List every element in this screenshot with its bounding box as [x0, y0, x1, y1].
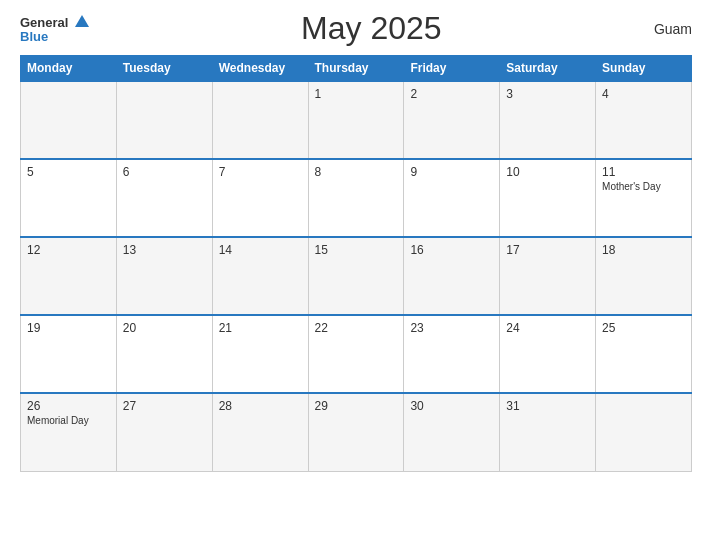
- cell-date-number: 20: [123, 321, 206, 335]
- calendar-cell: 12: [21, 237, 117, 315]
- calendar-cell: [596, 393, 692, 471]
- calendar-cell: 21: [212, 315, 308, 393]
- calendar-cell: 10: [500, 159, 596, 237]
- cell-date-number: 29: [315, 399, 398, 413]
- cell-date-number: 6: [123, 165, 206, 179]
- cell-date-number: 10: [506, 165, 589, 179]
- logo-general-text: General: [20, 15, 68, 30]
- calendar-cell: 14: [212, 237, 308, 315]
- month-title: May 2025: [301, 10, 442, 47]
- calendar-cell: [21, 81, 117, 159]
- calendar-cell: 5: [21, 159, 117, 237]
- calendar-week-row: 567891011Mother's Day: [21, 159, 692, 237]
- calendar-cell: 18: [596, 237, 692, 315]
- logo-general: General: [20, 14, 89, 30]
- cell-date-number: 22: [315, 321, 398, 335]
- col-monday: Monday: [21, 56, 117, 82]
- calendar-cell: 28: [212, 393, 308, 471]
- col-saturday: Saturday: [500, 56, 596, 82]
- calendar-cell: [212, 81, 308, 159]
- calendar-cell: 29: [308, 393, 404, 471]
- cell-date-number: 15: [315, 243, 398, 257]
- cell-date-number: 4: [602, 87, 685, 101]
- cell-event-label: Mother's Day: [602, 181, 685, 192]
- calendar-cell: 26Memorial Day: [21, 393, 117, 471]
- cell-event-label: Memorial Day: [27, 415, 110, 426]
- calendar-cell: 13: [116, 237, 212, 315]
- cell-date-number: 31: [506, 399, 589, 413]
- calendar-cell: 20: [116, 315, 212, 393]
- calendar-cell: 25: [596, 315, 692, 393]
- calendar-cell: 4: [596, 81, 692, 159]
- cell-date-number: 2: [410, 87, 493, 101]
- calendar-cell: 16: [404, 237, 500, 315]
- calendar-week-row: 1234: [21, 81, 692, 159]
- calendar-cell: 11Mother's Day: [596, 159, 692, 237]
- calendar-cell: 31: [500, 393, 596, 471]
- calendar-cell: 1: [308, 81, 404, 159]
- calendar-week-row: 26Memorial Day2728293031: [21, 393, 692, 471]
- logo-triangle-icon: [75, 15, 89, 27]
- cell-date-number: 1: [315, 87, 398, 101]
- calendar-cell: 27: [116, 393, 212, 471]
- logo-blue-text: Blue: [20, 30, 89, 43]
- page-header: General Blue May 2025 Guam: [20, 10, 692, 47]
- calendar-cell: 2: [404, 81, 500, 159]
- cell-date-number: 30: [410, 399, 493, 413]
- cell-date-number: 26: [27, 399, 110, 413]
- calendar-cell: 9: [404, 159, 500, 237]
- cell-date-number: 8: [315, 165, 398, 179]
- calendar-cell: 17: [500, 237, 596, 315]
- col-tuesday: Tuesday: [116, 56, 212, 82]
- calendar-cell: 15: [308, 237, 404, 315]
- cell-date-number: 28: [219, 399, 302, 413]
- logo: General Blue: [20, 14, 89, 43]
- cell-date-number: 12: [27, 243, 110, 257]
- calendar-cell: 22: [308, 315, 404, 393]
- cell-date-number: 27: [123, 399, 206, 413]
- cell-date-number: 5: [27, 165, 110, 179]
- col-wednesday: Wednesday: [212, 56, 308, 82]
- cell-date-number: 3: [506, 87, 589, 101]
- cell-date-number: 17: [506, 243, 589, 257]
- calendar-week-row: 12131415161718: [21, 237, 692, 315]
- calendar-cell: 3: [500, 81, 596, 159]
- calendar-cell: 24: [500, 315, 596, 393]
- calendar-cell: 19: [21, 315, 117, 393]
- calendar-cell: 7: [212, 159, 308, 237]
- calendar-cell: [116, 81, 212, 159]
- calendar-cell: 30: [404, 393, 500, 471]
- cell-date-number: 13: [123, 243, 206, 257]
- calendar-table: Monday Tuesday Wednesday Thursday Friday…: [20, 55, 692, 472]
- cell-date-number: 21: [219, 321, 302, 335]
- cell-date-number: 16: [410, 243, 493, 257]
- calendar-cell: 8: [308, 159, 404, 237]
- calendar-cell: 23: [404, 315, 500, 393]
- cell-date-number: 7: [219, 165, 302, 179]
- cell-date-number: 24: [506, 321, 589, 335]
- cell-date-number: 9: [410, 165, 493, 179]
- cell-date-number: 23: [410, 321, 493, 335]
- cell-date-number: 18: [602, 243, 685, 257]
- col-friday: Friday: [404, 56, 500, 82]
- cell-date-number: 14: [219, 243, 302, 257]
- calendar-cell: 6: [116, 159, 212, 237]
- calendar-header-row: Monday Tuesday Wednesday Thursday Friday…: [21, 56, 692, 82]
- col-thursday: Thursday: [308, 56, 404, 82]
- col-sunday: Sunday: [596, 56, 692, 82]
- cell-date-number: 25: [602, 321, 685, 335]
- region-label: Guam: [654, 21, 692, 37]
- cell-date-number: 11: [602, 165, 685, 179]
- calendar-week-row: 19202122232425: [21, 315, 692, 393]
- cell-date-number: 19: [27, 321, 110, 335]
